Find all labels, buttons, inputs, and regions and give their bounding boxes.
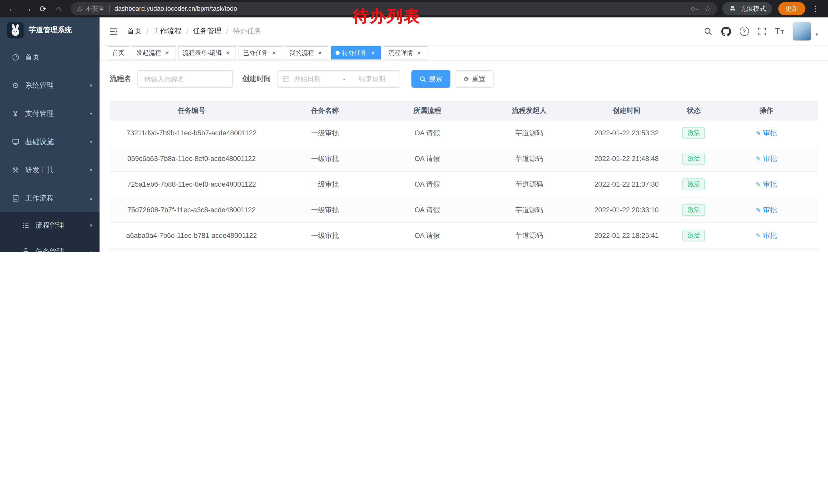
warning-icon: ⚠	[77, 5, 83, 12]
reload-icon[interactable]: ⟳	[36, 2, 50, 16]
breadcrumb-separator: /	[146, 27, 148, 35]
breadcrumb-home[interactable]: 首页	[127, 27, 141, 36]
approve-link[interactable]: ✎审批	[756, 129, 777, 138]
table-row: 069c6a63-7b8a-11ec-8ef0-acde48001122 一级审…	[110, 146, 818, 172]
sidebar-item-system[interactable]: ⚙ 系统管理 ▾	[0, 71, 99, 99]
process-name-input[interactable]	[137, 70, 233, 88]
close-icon[interactable]: ×	[416, 49, 423, 56]
close-icon[interactable]: ×	[369, 49, 377, 56]
cell-task-name: 一级审批	[274, 146, 377, 172]
search-button[interactable]: 搜索	[411, 70, 450, 88]
start-date-placeholder[interactable]: 开始日期	[294, 74, 339, 84]
home-icon[interactable]: ⌂	[51, 2, 66, 16]
org-chart-icon	[20, 248, 31, 252]
col-status: 状态	[672, 101, 715, 121]
tab-todo-task[interactable]: 待办任务 ×	[331, 46, 381, 59]
browser-chrome: ← → ⟳ ⌂ ⚠ 不安全 dashboard.yudao.iocoder.cn…	[0, 0, 828, 17]
cell-initiator: 芋道源码	[478, 223, 580, 248]
cell-task-name: 一级审批	[274, 197, 377, 223]
tools-icon: ⚒	[10, 165, 20, 175]
sidebar-item-process-mgmt[interactable]: 流程管理 ▾	[0, 212, 99, 238]
sidebar-item-payment[interactable]: ¥ 支付管理 ▾	[0, 99, 99, 128]
breadcrumb: 首页 / 工作流程 / 任务管理 / 待办任务	[127, 27, 261, 36]
col-process: 所属流程	[377, 101, 478, 121]
tab-home[interactable]: 首页	[108, 46, 129, 59]
search-icon[interactable]	[704, 27, 712, 36]
date-range-picker[interactable]: 开始日期 - 结束日期	[277, 70, 400, 88]
incognito-label: 无痕模式	[740, 4, 766, 13]
tab-form-edit[interactable]: 流程表单-编辑 ×	[178, 46, 236, 59]
cell-task-id: 8f0d1619-7ac8-11ec-a9e2-a2380e71991a	[110, 248, 274, 252]
table-row: 75d72608-7b7f-11ec-a3c8-acde48001122 一级审…	[110, 197, 818, 223]
tab-start-process[interactable]: 发起流程 ×	[132, 46, 175, 59]
cell-task-name: 一级审批	[274, 172, 377, 197]
chevron-up-icon: ▴	[90, 249, 92, 252]
avatar-caret-icon[interactable]: ▼	[815, 32, 819, 37]
close-icon[interactable]: ×	[164, 49, 171, 56]
end-date-placeholder[interactable]: 结束日期	[349, 74, 395, 84]
bookmark-star-icon[interactable]: ☆	[704, 4, 711, 13]
security-label: 不安全	[86, 4, 105, 13]
cell-actions: ✎审批	[715, 223, 818, 248]
search-icon	[420, 76, 426, 82]
screen: ← → ⟳ ⌂ ⚠ 不安全 dashboard.yudao.iocoder.cn…	[0, 0, 828, 252]
process-name-label: 流程名	[110, 74, 131, 84]
sidebar-item-home[interactable]: 首页	[0, 43, 99, 71]
tab-process-detail[interactable]: 流程详情 ×	[384, 46, 427, 59]
cell-status: 激活	[672, 121, 715, 146]
cell-actions: ✎审批	[715, 197, 818, 223]
edit-icon: ✎	[756, 232, 761, 239]
sidebar-item-workflow[interactable]: 工作流程 ▴	[0, 184, 99, 212]
list-icon	[20, 222, 31, 229]
address-bar[interactable]: ⚠ 不安全 dashboard.yudao.iocoder.cn/bpm/tas…	[71, 2, 717, 15]
tab-done-task[interactable]: 已办任务 ×	[239, 46, 282, 59]
approve-link[interactable]: ✎审批	[756, 231, 777, 240]
github-icon[interactable]	[721, 27, 731, 36]
workflow-submenu: 流程管理 ▾ 任务管理 ▴ 我的流程 待办任务	[0, 212, 99, 252]
cell-status: 激活	[672, 197, 715, 223]
cell-process: OA 请假	[377, 121, 478, 146]
table-row: 8f0d1619-7ac8-11ec-a9e2-a2380e71991a 1.2…	[110, 248, 818, 252]
main-area: 首页 / 工作流程 / 任务管理 / 待办任务 ? TT ▼	[99, 17, 828, 252]
password-key-icon[interactable]	[690, 5, 698, 12]
close-icon[interactable]: ×	[224, 49, 232, 56]
cell-created: 2022-01-21 22:43:55	[580, 248, 672, 252]
top-navbar: 首页 / 工作流程 / 任务管理 / 待办任务 ? TT ▼	[99, 17, 828, 45]
status-badge: 激活	[682, 230, 705, 241]
approve-link[interactable]: ✎审批	[756, 154, 777, 163]
tab-my-process[interactable]: 我的流程 ×	[285, 46, 328, 59]
sidebar-item-infra[interactable]: 基础设施 ▾	[0, 128, 99, 156]
close-icon[interactable]: ×	[271, 49, 278, 56]
cell-process: OA 请假	[377, 172, 478, 197]
breadcrumb-task-mgmt[interactable]: 任务管理	[193, 27, 222, 36]
back-icon[interactable]: ←	[5, 2, 19, 16]
help-icon[interactable]: ?	[740, 27, 749, 36]
menu-kebab-icon[interactable]: ⋮	[809, 2, 823, 16]
refresh-icon: ⟳	[464, 76, 469, 82]
cell-task-id: 069c6a63-7b8a-11ec-8ef0-acde48001122	[110, 146, 274, 172]
chrome-update-button[interactable]: 更新	[778, 2, 805, 15]
sidebar-item-devtools[interactable]: ⚒ 研发工具 ▾	[0, 156, 99, 184]
clipboard-icon	[10, 194, 20, 202]
sidebar-item-task-mgmt[interactable]: 任务管理 ▴	[0, 238, 99, 252]
forward-icon[interactable]: →	[20, 2, 35, 16]
reset-button[interactable]: ⟳ 重置	[456, 70, 494, 88]
user-avatar[interactable]	[793, 22, 811, 41]
approve-link[interactable]: ✎审批	[756, 205, 777, 215]
cell-initiator: 芋道源码	[478, 248, 580, 252]
font-size-icon[interactable]: TT	[775, 27, 784, 36]
col-task-id: 任务编号	[110, 101, 274, 121]
approve-link[interactable]: ✎审批	[756, 180, 777, 189]
cell-initiator: 芋道源码	[478, 146, 580, 172]
breadcrumb-workflow[interactable]: 工作流程	[153, 27, 181, 36]
tasks-table: 任务编号 任务名称 所属流程 流程发起人 创建时间 状态 操作	[110, 101, 818, 252]
navbar-actions: ? TT ▼	[704, 22, 819, 41]
cell-initiator: 芋道源码	[478, 172, 580, 197]
close-icon[interactable]: ×	[317, 49, 324, 56]
table-header-row: 任务编号 任务名称 所属流程 流程发起人 创建时间 状态 操作	[110, 101, 818, 121]
sidebar-toggle-icon[interactable]	[99, 17, 127, 45]
app-title: 芋道管理系统	[29, 26, 72, 35]
dashboard-icon	[10, 53, 20, 61]
fullscreen-icon[interactable]	[757, 27, 766, 36]
table-row: 73211d9d-7b9b-11ec-b5b7-acde48001122 一级审…	[110, 121, 818, 146]
